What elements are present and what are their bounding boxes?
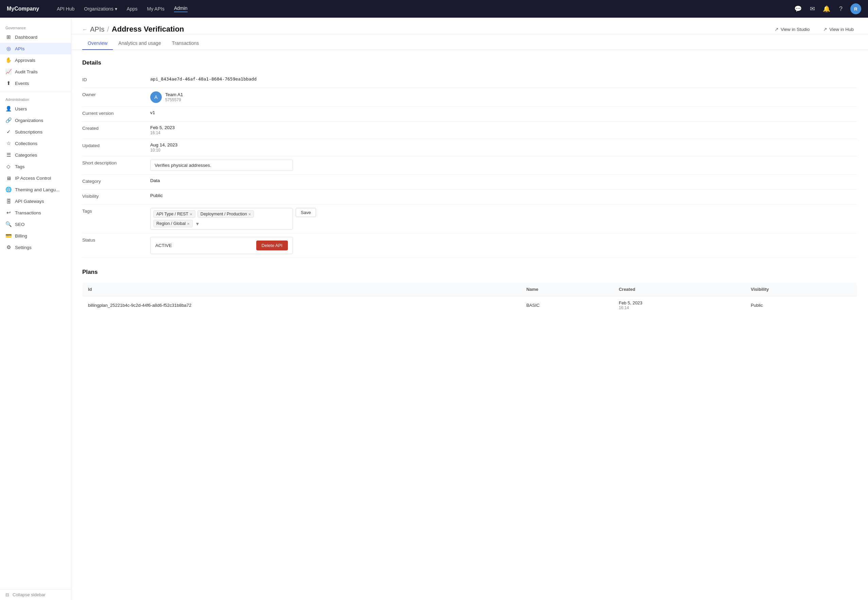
chevron-down-icon: ▾ [115, 6, 117, 12]
sidebar-item-transactions[interactable]: ↩ Transactions [0, 207, 71, 218]
tab-overview[interactable]: Overview [82, 37, 113, 50]
plans-section: Plans Id Name Created Visibility billing… [82, 269, 857, 315]
sidebar-item-collections[interactable]: ☆ Collections [0, 138, 71, 149]
external-link-icon: ↗ [774, 26, 778, 32]
tag-remove-region[interactable]: × [187, 221, 190, 226]
sidebar-item-audit-trails[interactable]: 📈 Audit Trails [0, 66, 71, 77]
sidebar-item-events[interactable]: ⬆ Events [0, 77, 71, 89]
audit-trails-icon: 📈 [5, 69, 12, 75]
nav-api-hub[interactable]: API Hub [57, 6, 74, 12]
help-icon[interactable]: ? [836, 4, 845, 14]
nav-organizations[interactable]: Organizations ▾ [84, 6, 117, 12]
plan-visibility: Public [745, 296, 857, 315]
sidebar-item-billing[interactable]: 💳 Billing [0, 230, 71, 242]
detail-row-owner: Owner A Team A1 5755579 [82, 88, 857, 107]
owner-name: Team A1 [165, 92, 183, 97]
dashboard-icon: ⊞ [5, 34, 12, 40]
nav-admin[interactable]: Admin [174, 5, 188, 12]
tag-chip-api-type: API Type / REST × [153, 210, 196, 218]
sidebar-item-approvals[interactable]: ✋ Approvals [0, 55, 71, 66]
back-button[interactable]: ← [82, 26, 87, 32]
visibility-label: Visibility [82, 193, 150, 199]
events-icon: ⬆ [5, 80, 12, 86]
description-value [150, 160, 857, 171]
top-navigation: MyCompany API Hub Organizations ▾ Apps M… [0, 0, 868, 18]
tags-input-area[interactable]: API Type / REST × Deployment / Productio… [150, 208, 293, 230]
nav-apps[interactable]: Apps [127, 6, 138, 12]
plan-id: billingplan_25221b4c-9c2d-44f6-a8d6-f52c… [83, 296, 521, 315]
details-title: Details [82, 59, 857, 66]
detail-row-tags: Tags API Type / REST × Deployment / Prod… [82, 205, 857, 233]
detail-row-version: Current version v1 [82, 107, 857, 122]
page-layout: Governance ⊞ Dashboard ◎ APIs ✋ Approval… [0, 18, 868, 600]
plan-name: BASIC [521, 296, 613, 315]
sidebar-item-theming[interactable]: 🌐 Theming and Langu... [0, 184, 71, 195]
nav-links: API Hub Organizations ▾ Apps My APIs Adm… [57, 5, 782, 12]
view-in-studio-button[interactable]: ↗ View in Studio [771, 24, 813, 34]
billing-icon: 💳 [5, 233, 12, 239]
api-gateways-icon: 🗄 [5, 198, 12, 204]
bell-icon[interactable]: 🔔 [822, 4, 831, 14]
tabs-bar: Overview Analytics and usage Transaction… [71, 37, 868, 50]
visibility-value: Public [150, 193, 857, 198]
sidebar-item-seo[interactable]: 🔍 SEO [0, 218, 71, 230]
short-description-input[interactable] [150, 160, 293, 171]
seo-icon: 🔍 [5, 221, 12, 227]
detail-row-created: Created Feb 5, 2023 16:14 [82, 122, 857, 139]
tags-save-button[interactable]: Save [296, 208, 316, 217]
detail-row-category: Category Data [82, 175, 857, 189]
user-avatar[interactable]: R [850, 3, 861, 14]
page-title: Address Verification [112, 25, 184, 33]
delete-api-button[interactable]: Delete API [256, 241, 288, 250]
id-label: ID [82, 76, 150, 82]
nav-icons: 💬 ✉ 🔔 ? R [793, 3, 861, 14]
updated-value: Aug 14, 2023 10:10 [150, 142, 857, 153]
tag-chip-region: Region / Global × [153, 220, 193, 227]
tab-analytics[interactable]: Analytics and usage [113, 37, 166, 50]
details-section: Details ID api_8434ae7d-46af-40a1-8604-7… [82, 59, 857, 258]
created-label: Created [82, 125, 150, 131]
tags-dropdown-button[interactable]: ▾ [195, 221, 200, 227]
detail-row-visibility: Visibility Public [82, 189, 857, 205]
owner-number: 5755579 [165, 97, 183, 102]
admin-section-label: Administration [0, 95, 71, 103]
sidebar-item-settings[interactable]: ⚙ Settings [0, 242, 71, 253]
status-container: ACTIVE Delete API [150, 237, 293, 254]
ip-access-icon: 🖥 [5, 175, 12, 181]
view-in-hub-button[interactable]: ↗ View in Hub [820, 24, 857, 34]
organizations-icon: 🔗 [5, 117, 12, 123]
chat-icon[interactable]: 💬 [793, 4, 803, 14]
detail-row-updated: Updated Aug 14, 2023 10:10 [82, 139, 857, 156]
sidebar-item-subscriptions[interactable]: ✓ Subscriptions [0, 126, 71, 138]
avatar: A [150, 91, 162, 103]
sidebar-item-dashboard[interactable]: ⊞ Dashboard [0, 31, 71, 43]
sidebar-item-ip-access-control[interactable]: 🖥 IP Access Control [0, 172, 71, 184]
col-created: Created [613, 283, 745, 296]
transactions-icon: ↩ [5, 210, 12, 216]
users-icon: 👤 [5, 106, 12, 112]
breadcrumb-apis-link[interactable]: APIs [90, 26, 104, 33]
sidebar-item-organizations[interactable]: 🔗 Organizations [0, 115, 71, 126]
collections-icon: ☆ [5, 140, 12, 147]
tags-label: Tags [82, 208, 150, 214]
mail-icon[interactable]: ✉ [807, 4, 817, 14]
sidebar-item-api-gateways[interactable]: 🗄 API Gateways [0, 195, 71, 207]
status-label: Status [82, 237, 150, 242]
tag-remove-api-type[interactable]: × [190, 212, 192, 217]
brand-logo[interactable]: MyCompany [7, 6, 39, 12]
sidebar-item-categories[interactable]: ☰ Categories [0, 149, 71, 161]
tab-transactions[interactable]: Transactions [167, 37, 205, 50]
status-value: ACTIVE Delete API [150, 237, 857, 254]
collapse-sidebar-button[interactable]: ⊟ Collapse sidebar [0, 589, 71, 600]
nav-my-apis[interactable]: My APIs [147, 6, 164, 12]
sidebar-divider [0, 92, 71, 92]
sidebar-item-apis[interactable]: ◎ APIs [0, 43, 71, 55]
sidebar-item-users[interactable]: 👤 Users [0, 103, 71, 115]
overview-content: Details ID api_8434ae7d-46af-40a1-8604-7… [71, 50, 868, 324]
plans-table: Id Name Created Visibility billingplan_2… [82, 282, 857, 315]
detail-row-description: Short description [82, 156, 857, 175]
sidebar-item-tags[interactable]: ◇ Tags [0, 161, 71, 172]
breadcrumb: ← APIs / Address Verification [82, 25, 184, 33]
tag-remove-deployment[interactable]: × [249, 212, 251, 217]
detail-row-id: ID api_8434ae7d-46af-40a1-8604-7659ea1bb… [82, 73, 857, 88]
